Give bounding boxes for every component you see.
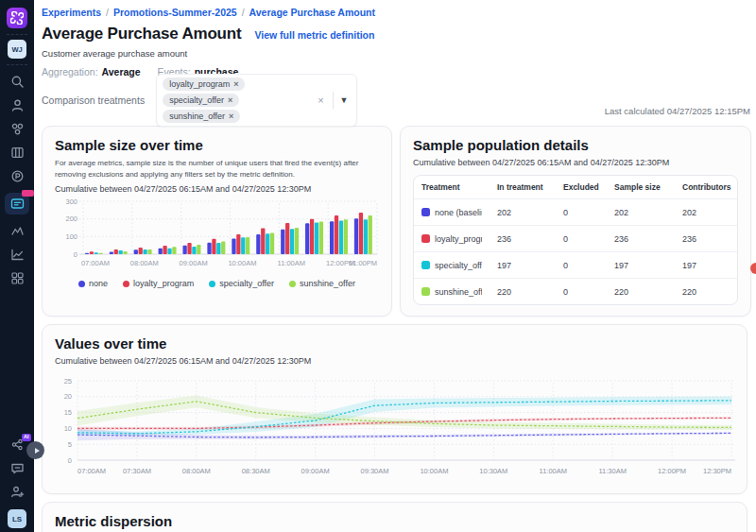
- bar-none: [110, 252, 113, 254]
- chevron-down-icon[interactable]: ▼: [338, 95, 351, 105]
- bar-none: [354, 218, 358, 254]
- bar-sunshine_offer: [295, 228, 299, 254]
- treatment-chip[interactable]: sunshine_offer×: [163, 110, 240, 123]
- bar-sunshine_offer: [147, 249, 151, 254]
- svg-text:0: 0: [74, 250, 77, 259]
- feedback-icon[interactable]: [10, 461, 25, 475]
- svg-text:08:00AM: 08:00AM: [182, 467, 211, 475]
- table-header: Contributors: [675, 176, 737, 199]
- treatment-color-swatch: [421, 234, 430, 243]
- legend-dot-icon: [78, 281, 85, 287]
- metrics-icon[interactable]: [10, 224, 25, 238]
- svg-text:11:30AM: 11:30AM: [598, 467, 626, 475]
- bar-sunshine_offer: [172, 248, 176, 255]
- sample-size-cumulative: Cumulative between 04/27/2025 06:15AM an…: [55, 184, 379, 194]
- svg-text:09:30AM: 09:30AM: [361, 467, 389, 475]
- treatment-name: sunshine_offer: [435, 287, 482, 297]
- legend-dot-icon: [289, 281, 296, 287]
- sidebar-item-experiments[interactable]: [5, 193, 29, 215]
- treatment-color-swatch: [421, 208, 430, 216]
- view-metric-definition-link[interactable]: View full metric definition: [254, 29, 374, 41]
- invite-user-icon[interactable]: [10, 485, 25, 499]
- treatments-multiselect[interactable]: loyalty_program×specialty_offer×sunshine…: [156, 74, 356, 127]
- svg-text:25: 25: [64, 377, 72, 386]
- workspace-badge[interactable]: WJ: [8, 40, 26, 59]
- svg-text:5: 5: [68, 440, 72, 449]
- population-title: Sample population details: [413, 137, 738, 153]
- legend-dot-icon: [123, 281, 129, 287]
- bar-none: [305, 223, 309, 254]
- metric-dispersion-card: Metric dispersion Cumulative between 04/…: [42, 502, 747, 532]
- remove-chip-icon[interactable]: ×: [229, 112, 233, 121]
- bar-none: [182, 246, 186, 254]
- bar-loyalty_program: [261, 229, 265, 254]
- remove-chip-icon[interactable]: ×: [233, 79, 238, 89]
- main-content: Experiments / Promotions-Summer-2025 / A…: [34, 0, 756, 532]
- bar-specialty_offer: [192, 247, 196, 254]
- user-avatar[interactable]: LS: [8, 509, 26, 528]
- population-table: TreatmentIn treatmentExcludedSample size…: [413, 175, 738, 305]
- comparison-treatments-row: Comparison treatments loyalty_program×sp…: [42, 84, 751, 116]
- breadcrumb-experiment-name[interactable]: Promotions-Summer-2025: [113, 7, 237, 18]
- notification-dot[interactable]: [750, 263, 756, 274]
- treatment-chip[interactable]: loyalty_program×: [163, 77, 245, 91]
- bar-none: [85, 253, 89, 254]
- columns-icon[interactable]: [10, 146, 25, 160]
- table-cell: 197: [490, 252, 556, 279]
- app-window: WJ AI: [0, 0, 756, 532]
- bar-sunshine_offer: [369, 215, 372, 254]
- table-cell: 0: [556, 226, 607, 252]
- bar-specialty_offer: [143, 249, 146, 254]
- bar-specialty_offer: [266, 233, 269, 254]
- legend-item: none: [78, 279, 108, 288]
- bar-loyalty_program: [187, 243, 191, 254]
- bar-loyalty_program: [310, 219, 314, 254]
- breadcrumb-metric-name[interactable]: Average Purchase Amount: [249, 7, 375, 18]
- expand-drawer-handle[interactable]: [26, 441, 44, 459]
- table-cell: 0: [556, 252, 607, 279]
- bar-chart-legend: noneloyalty_programspecialty_offersunshi…: [55, 279, 379, 288]
- svg-text:0: 0: [68, 456, 72, 465]
- pulse-icon[interactable]: [10, 169, 25, 183]
- treatment-chip[interactable]: specialty_offer×: [163, 94, 239, 107]
- bar-sunshine_offer: [270, 233, 274, 254]
- sample-size-bar-chart: 010020030007:00AM08:00AM09:00AM10:00AM11…: [55, 194, 381, 273]
- ai-assist-icon[interactable]: AI: [10, 438, 25, 452]
- breadcrumb-experiments[interactable]: Experiments: [42, 7, 101, 18]
- segments-icon[interactable]: [10, 122, 25, 136]
- bar-specialty_offer: [364, 219, 368, 254]
- apps-grid-icon[interactable]: [10, 271, 25, 285]
- bar-sunshine_offer: [123, 251, 127, 254]
- table-cell: 202: [675, 199, 737, 226]
- table-cell: 220: [675, 279, 737, 305]
- table-header: In treatment: [490, 176, 556, 199]
- svg-text:08:00AM: 08:00AM: [130, 259, 159, 267]
- sidebar-divider: [7, 34, 27, 35]
- bar-sunshine_offer: [344, 219, 348, 254]
- bar-loyalty_program: [236, 234, 240, 254]
- breadcrumb: Experiments / Promotions-Summer-2025 / A…: [42, 7, 751, 18]
- table-header: Excluded: [556, 176, 607, 199]
- bar-loyalty_program: [212, 239, 215, 254]
- play-icon: [35, 448, 40, 454]
- treatment-chips: loyalty_program×specialty_offer×sunshine…: [163, 77, 314, 123]
- table-header: Treatment: [414, 176, 490, 199]
- clear-selection-icon[interactable]: ×: [318, 94, 323, 106]
- comparison-treatments-label: Comparison treatments: [42, 94, 145, 106]
- insights-chart-icon[interactable]: [10, 248, 25, 262]
- bar-sunshine_offer: [99, 253, 103, 254]
- treatment-name: specialty_offer: [435, 261, 482, 270]
- search-icon[interactable]: [10, 75, 25, 89]
- bar-none: [159, 249, 163, 254]
- experiments-icon: [10, 197, 25, 210]
- values-over-time-card: Values over time Cumulative between 04/2…: [42, 324, 747, 494]
- remove-chip-icon[interactable]: ×: [228, 95, 232, 105]
- statsig-logo-icon[interactable]: [7, 8, 27, 28]
- table-cell: 0: [556, 279, 607, 305]
- table-cell: 202: [490, 199, 556, 226]
- breadcrumb-separator: /: [106, 7, 109, 18]
- aggregation-row: Aggregation: Average Events: purchase: [42, 66, 751, 77]
- people-icon[interactable]: [10, 98, 25, 112]
- svg-text:15: 15: [64, 408, 72, 417]
- sample-size-description: For average metrics, sample size is the …: [55, 158, 379, 180]
